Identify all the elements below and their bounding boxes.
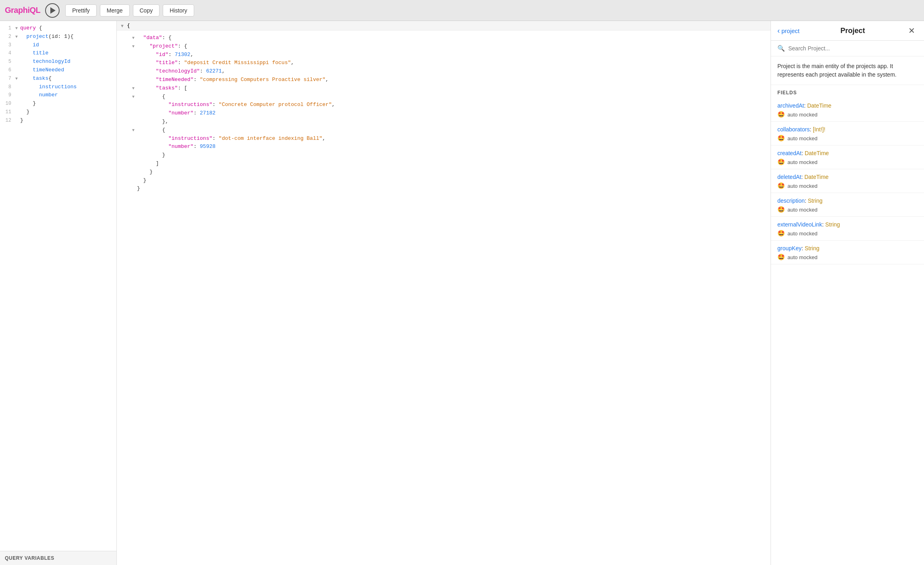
- response-token: }: [137, 185, 140, 193]
- response-line: ]: [117, 160, 771, 168]
- field-type[interactable]: String: [805, 245, 820, 251]
- field-type[interactable]: DateTime: [805, 150, 829, 156]
- line-number: 11: [0, 108, 11, 116]
- response-token: "project": [149, 42, 178, 51]
- response-line: }: [117, 151, 771, 160]
- docs-title: Project: [841, 27, 865, 35]
- response-token: :: [212, 135, 219, 143]
- editor-line: 9 number: [0, 91, 116, 100]
- response-token: "compressing Computers Proactive silver": [200, 76, 325, 84]
- field-item[interactable]: createdAt: DateTime🤩auto mocked: [771, 145, 924, 169]
- field-name: archivedAt: [777, 102, 804, 109]
- copy-button[interactable]: Copy: [133, 4, 160, 17]
- field-mock: 🤩auto mocked: [777, 253, 918, 261]
- response-token: ]: [156, 160, 159, 168]
- query-editor[interactable]: 1▼query {2▼ project(id: 1){3 id4 title5 …: [0, 21, 116, 551]
- response-line: ▼ {: [117, 126, 771, 135]
- response-token: :: [200, 67, 206, 76]
- field-item[interactable]: archivedAt: DateTime🤩auto mocked: [771, 98, 924, 122]
- response-token: ,: [191, 51, 194, 59]
- response-token: },: [162, 118, 168, 126]
- field-type[interactable]: DateTime: [807, 102, 831, 109]
- response-token: :: [178, 59, 184, 67]
- collapse-arrow[interactable]: ▼: [15, 34, 20, 40]
- collapse-arrow[interactable]: ▼: [15, 25, 20, 32]
- response-line: ▼ "data": {: [117, 34, 771, 42]
- code-token: }: [20, 108, 29, 116]
- response-token: :: [193, 76, 200, 84]
- docs-back-link[interactable]: ‹ project: [777, 27, 800, 34]
- main-content: 1▼query {2▼ project(id: 1){3 id4 title5 …: [0, 21, 924, 565]
- response-token: : {: [162, 34, 171, 42]
- response-line: ▼ {: [117, 93, 771, 101]
- mock-label: auto mocked: [787, 112, 817, 118]
- field-type[interactable]: DateTime: [804, 174, 829, 180]
- field-mock: 🤩auto mocked: [777, 111, 918, 118]
- mock-label: auto mocked: [787, 159, 817, 165]
- mock-emoji: 🤩: [777, 182, 785, 189]
- editor-line: 7▼ tasks{: [0, 75, 116, 83]
- field-item[interactable]: groupKey: String🤩auto mocked: [771, 241, 924, 264]
- code-token: timeNeeded: [20, 66, 64, 75]
- response-token: ,: [291, 59, 294, 67]
- response-brace: {: [127, 23, 130, 29]
- field-name: collaborators: [777, 126, 810, 133]
- run-button[interactable]: [45, 3, 60, 18]
- mock-emoji: 🤩: [777, 111, 785, 118]
- line-number: 10: [0, 100, 11, 108]
- response-line: ▼ "project": {: [117, 42, 771, 51]
- response-token: "number": [168, 143, 193, 151]
- field-name: description: [777, 197, 805, 204]
- collapse-arrow: ▼: [120, 23, 124, 28]
- fields-section: FIELDS archivedAt: DateTime🤩auto mockedc…: [771, 85, 924, 565]
- query-variables-section[interactable]: QUERY VARIABLES: [0, 551, 116, 565]
- response-token: "technologyId": [156, 67, 200, 76]
- merge-button[interactable]: Merge: [100, 4, 130, 17]
- field-mock: 🤩auto mocked: [777, 135, 918, 142]
- response-token: : {: [178, 42, 187, 51]
- field-type[interactable]: [Int!]!: [813, 126, 825, 133]
- field-type[interactable]: String: [825, 221, 840, 228]
- field-item[interactable]: externalVideoLink: String🤩auto mocked: [771, 217, 924, 241]
- code-token: instructions: [20, 83, 77, 91]
- response-token: 95928: [200, 143, 215, 151]
- history-button[interactable]: History: [163, 4, 194, 17]
- docs-close-button[interactable]: ✕: [906, 26, 918, 35]
- collapse-arrow[interactable]: ▼: [15, 76, 20, 82]
- response-token: }: [143, 177, 147, 185]
- code-token: tasks: [20, 75, 48, 83]
- field-name: groupKey: [777, 245, 802, 251]
- field-item[interactable]: deletedAt: DateTime🤩auto mocked: [771, 169, 924, 193]
- line-number: 12: [0, 117, 11, 125]
- line-number: 1: [0, 25, 11, 32]
- prettify-button[interactable]: Prettify: [65, 4, 97, 17]
- response-token: "title": [156, 59, 178, 67]
- graphiql-logo: GraphiQL: [5, 6, 40, 15]
- code-token: (id: 1){: [48, 33, 73, 41]
- editor-line: 8 instructions: [0, 83, 116, 91]
- search-icon: 🔍: [777, 45, 785, 52]
- response-line: }: [117, 177, 771, 185]
- field-type[interactable]: String: [808, 197, 822, 204]
- docs-search-input[interactable]: [788, 45, 918, 52]
- editor-line: 6 timeNeeded: [0, 66, 116, 75]
- field-mock: 🤩auto mocked: [777, 182, 918, 189]
- code-token: title: [20, 49, 48, 58]
- response-line: "instructions": "dot-com interface index…: [117, 135, 771, 143]
- response-line: "technologyId": 62271,: [117, 67, 771, 76]
- line-number: 9: [0, 91, 11, 99]
- editor-line: 2▼ project(id: 1){: [0, 33, 116, 41]
- response-token: 27182: [200, 109, 215, 118]
- mock-emoji: 🤩: [777, 135, 785, 142]
- docs-pane: ‹ project Project ✕ 🔍 Project is the mai…: [771, 21, 924, 565]
- field-item[interactable]: collaborators: [Int!]!🤩auto mocked: [771, 122, 924, 145]
- response-token: "dot-com interface indexing Ball": [219, 135, 322, 143]
- response-line: ▼ "tasks": [: [117, 84, 771, 93]
- mock-label: auto mocked: [787, 207, 817, 213]
- field-item[interactable]: description: String🤩auto mocked: [771, 193, 924, 217]
- response-token: 62271: [206, 67, 222, 76]
- response-token: {: [162, 126, 165, 135]
- editor-line: 5 technologyId: [0, 58, 116, 66]
- line-number: 5: [0, 58, 11, 66]
- response-token: "id": [156, 51, 168, 59]
